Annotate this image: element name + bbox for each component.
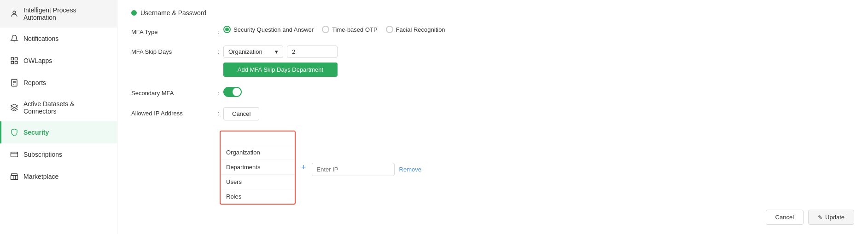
sidebar-item-owlapps[interactable]: OWLapps [0,50,117,72]
report-icon [10,78,19,87]
bottom-cancel-button[interactable]: Cancel [766,210,804,225]
sidebar-item-ipa[interactable]: Intelligent Process Automation [0,0,117,28]
sidebar-item-notifications-label: Notifications [23,35,58,42]
skip-dropdown[interactable]: Organization ▾ [223,46,283,58]
active-indicator [131,10,137,16]
mfa-skip-colon: : [214,46,223,55]
dropdown-item-users[interactable]: Users [221,175,295,189]
allowed-ip-row: Allowed IP Address : Cancel [131,107,854,120]
subscriptions-icon [10,150,19,159]
remove-ip-link[interactable]: Remove [399,166,421,173]
radio-label-time-otp: Time-based OTP [332,26,378,33]
dropdown-item-roles[interactable]: Roles [221,189,295,204]
radio-circle-time-otp [322,26,329,33]
dropdown-box: Organization Departments Users Roles [220,131,296,205]
ip-input-group: Remove [312,163,421,176]
svg-rect-9 [11,152,18,157]
secondary-mfa-content [223,87,242,97]
mfa-type-colon: : [214,26,223,35]
radio-circle-facial [386,26,393,33]
sidebar-item-subscriptions-label: Subscriptions [23,151,62,158]
dropdown-container: Organization Departments Users Roles [220,131,296,205]
dropdown-item-dept[interactable]: Departments [221,160,295,175]
ip-section: Organization Departments Users Roles + R… [131,131,854,205]
bottom-actions: Cancel ✎ Update [766,210,854,225]
main-content: Username & Password MFA Type : Security … [117,0,868,234]
mfa-skip-label: MFA Skip Days [131,46,214,55]
edit-icon: ✎ [818,214,822,221]
mfa-type-row: MFA Type : Security Question and Answer … [131,26,854,35]
sidebar: Intelligent Process Automation Notificat… [0,0,117,234]
mfa-type-label: MFA Type [131,26,214,35]
secondary-mfa-label: Secondary MFA [131,87,214,97]
skip-days-input[interactable] [287,46,338,58]
radio-circle-security-qa [223,26,231,33]
svg-rect-1 [11,57,13,60]
svg-rect-3 [15,62,17,64]
sidebar-item-datasets[interactable]: Active Datasets & Connectors [0,94,117,121]
bottom-update-button[interactable]: ✎ Update [808,210,854,225]
secondary-mfa-row: Secondary MFA : [131,87,854,97]
skip-dropdown-value: Organization [228,48,262,55]
svg-point-0 [13,11,16,14]
sidebar-item-ipa-label: Intelligent Process Automation [23,6,109,21]
sidebar-item-marketplace-label: Marketplace [23,173,58,180]
allowed-ip-content: Cancel [223,107,259,120]
chevron-down-icon: ▾ [275,48,278,55]
sidebar-item-reports-label: Reports [23,79,46,86]
skip-days-row: Organization ▾ [223,46,338,58]
section-header: Username & Password [131,9,854,17]
allowed-ip-colon: : [214,107,223,117]
add-ip-icon[interactable]: + [301,163,306,172]
security-icon [10,128,19,137]
allowed-ip-label: Allowed IP Address [131,107,214,117]
sidebar-item-marketplace[interactable]: Marketplace [0,166,117,188]
sidebar-item-datasets-label: Active Datasets & Connectors [23,100,109,115]
radio-facial[interactable]: Facial Recognition [386,26,445,33]
section-title: Username & Password [140,9,206,17]
bottom-update-label: Update [825,214,845,221]
sidebar-item-security[interactable]: Security [0,121,117,143]
sidebar-item-reports[interactable]: Reports [0,72,117,94]
ip-address-input[interactable] [312,163,395,176]
ipa-icon [10,9,19,18]
mfa-type-content: Security Question and Answer Time-based … [223,26,445,33]
svg-rect-4 [11,62,13,64]
bell-icon [10,34,19,43]
marketplace-icon [10,172,19,181]
sidebar-item-owlapps-label: OWLapps [23,57,52,64]
add-mfa-skip-button[interactable]: Add MFA Skip Days Department [223,63,338,77]
allowed-ip-cancel-button[interactable]: Cancel [223,107,259,120]
sidebar-item-notifications[interactable]: Notifications [0,28,117,50]
mfa-radio-group: Security Question and Answer Time-based … [223,26,445,33]
mfa-skip-row: MFA Skip Days : Organization ▾ Add MFA S… [131,46,854,77]
sidebar-item-security-label: Security [23,129,49,136]
chart-icon [10,56,19,65]
dataset-icon [10,103,19,112]
svg-rect-2 [15,57,17,60]
secondary-mfa-colon: : [214,87,223,97]
dropdown-item-org[interactable]: Organization [221,145,295,160]
mfa-skip-content: Organization ▾ Add MFA Skip Days Departm… [223,46,338,77]
dropdown-search-input[interactable] [221,131,295,145]
radio-label-facial: Facial Recognition [396,26,445,33]
skip-days-section: Organization ▾ Add MFA Skip Days Departm… [223,46,338,77]
sidebar-item-subscriptions[interactable]: Subscriptions [0,143,117,166]
radio-label-security-qa: Security Question and Answer [233,26,314,33]
radio-time-otp[interactable]: Time-based OTP [322,26,378,33]
svg-rect-11 [11,176,18,180]
radio-security-qa[interactable]: Security Question and Answer [223,26,314,33]
secondary-mfa-toggle[interactable] [223,87,242,97]
